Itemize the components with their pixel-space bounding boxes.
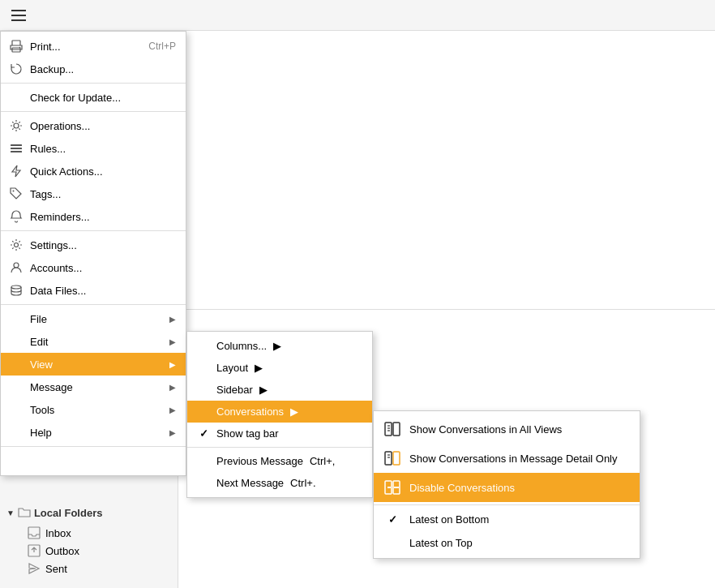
file-icon: [9, 311, 24, 326]
submenu-item-next-message[interactable]: Next Message Ctrl+.: [187, 472, 372, 494]
svg-point-4: [19, 47, 21, 49]
menu-item-tools[interactable]: Tools ▶: [1, 398, 186, 421]
edit-icon: [9, 334, 24, 349]
tools-arrow: ▶: [169, 406, 176, 414]
menu-item-quick-actions[interactable]: Quick Actions...: [1, 160, 186, 182]
settings-label: Settings...: [30, 239, 176, 251]
show-tag-bar-label: Show tag bar: [216, 427, 279, 440]
svg-rect-7: [11, 148, 22, 149]
menu-item-accounts[interactable]: Accounts...: [1, 256, 186, 279]
tools-label: Tools: [30, 404, 163, 416]
menu-item-tags[interactable]: Tags...: [1, 182, 186, 205]
view-separator-1: [187, 447, 372, 448]
edit-label: Edit: [30, 336, 163, 348]
submenu-item-layout[interactable]: Layout ▶: [187, 357, 372, 379]
conv-item-message-detail[interactable]: Show Conversations in Message Detail Onl…: [374, 444, 640, 473]
menu-overlay: Print... Ctrl+P Backup... Check for Upda…: [0, 0, 715, 588]
conversations-all-icon: [383, 420, 401, 438]
latest-bottom-check: ✓: [383, 513, 401, 526]
view-label: View: [30, 358, 163, 371]
settings-icon: [9, 238, 24, 252]
prev-message-label: Previous Message: [216, 455, 303, 467]
separator-3: [1, 230, 186, 231]
layout-label: Layout: [216, 362, 248, 374]
menu-item-check-update[interactable]: Check for Update...: [1, 86, 186, 109]
submenu-item-columns[interactable]: Columns... ▶: [187, 335, 372, 357]
menu-item-print[interactable]: Print... Ctrl+P: [1, 35, 186, 58]
tools-icon: [9, 402, 24, 417]
show-all-views-label: Show Conversations in All Views: [409, 423, 562, 436]
conversations-detail-icon: [383, 449, 401, 467]
edit-arrow: ▶: [169, 337, 176, 346]
menu-item-reminders[interactable]: Reminders...: [1, 205, 186, 228]
reminders-icon: [9, 209, 24, 224]
quick-actions-label: Quick Actions...: [30, 165, 176, 178]
menu-item-rules[interactable]: Rules...: [1, 137, 186, 160]
menu-item-settings[interactable]: Settings...: [1, 234, 186, 256]
accounts-icon: [9, 260, 24, 275]
file-arrow: ▶: [169, 315, 176, 324]
submenu-item-prev-message[interactable]: Previous Message Ctrl+,: [187, 450, 372, 472]
quick-actions-icon: [9, 164, 24, 178]
conv-item-latest-bottom[interactable]: ✓ Latest on Bottom: [374, 508, 640, 531]
svg-rect-18: [385, 452, 392, 465]
next-message-shortcut: Ctrl+.: [290, 477, 315, 489]
menu-item-help[interactable]: Help ▶: [1, 421, 186, 444]
latest-top-label: Latest on Top: [409, 537, 473, 549]
menu-item-data-files[interactable]: Data Files...: [1, 279, 186, 302]
menu-item-view[interactable]: View ▶: [1, 353, 186, 376]
data-files-label: Data Files...: [30, 285, 176, 297]
operations-label: Operations...: [30, 120, 176, 132]
menu-item-operations[interactable]: Operations...: [1, 114, 186, 137]
separator-5: [1, 446, 186, 447]
svg-rect-8: [11, 151, 22, 152]
tags-icon: [9, 187, 24, 201]
separator-4: [1, 304, 186, 305]
view-icon: [9, 357, 24, 371]
svg-rect-19: [393, 452, 400, 465]
main-menu: Print... Ctrl+P Backup... Check for Upda…: [0, 31, 186, 476]
submenu-view: Columns... ▶ Layout ▶ Sidebar ▶ Conversa…: [186, 331, 373, 498]
menu-item-file[interactable]: File ▶: [1, 307, 186, 330]
menu-item-exit[interactable]: [1, 449, 186, 472]
separator-1: [1, 83, 186, 84]
help-arrow: ▶: [169, 428, 176, 437]
rules-label: Rules...: [30, 143, 176, 155]
sidebar-view-label: Sidebar: [216, 384, 253, 396]
conversations-arrow: ▶: [290, 406, 298, 418]
data-files-icon: [9, 283, 24, 298]
message-icon: [9, 380, 24, 394]
reminders-label: Reminders...: [30, 211, 176, 223]
submenu-item-sidebar[interactable]: Sidebar ▶: [187, 379, 372, 401]
help-icon: [9, 425, 24, 440]
separator-2: [1, 111, 186, 112]
menu-item-backup[interactable]: Backup...: [1, 58, 186, 80]
conv-separator-1: [374, 504, 640, 505]
menu-item-message[interactable]: Message ▶: [1, 376, 186, 398]
svg-point-12: [11, 285, 21, 289]
prev-message-shortcut: Ctrl+,: [310, 455, 335, 467]
print-shortcut: Ctrl+P: [148, 41, 176, 52]
conv-item-latest-top[interactable]: Latest on Top: [374, 531, 640, 555]
layout-arrow: ▶: [255, 362, 263, 374]
submenu-item-conversations[interactable]: Conversations ▶: [187, 401, 372, 423]
svg-rect-13: [385, 423, 392, 436]
svg-rect-2: [12, 41, 20, 45]
message-arrow: ▶: [169, 383, 176, 392]
print-label: Print...: [30, 41, 142, 53]
sidebar-arrow: ▶: [259, 384, 268, 396]
submenu-conversations: Show Conversations in All Views Show Con…: [373, 410, 640, 559]
next-message-label: Next Message: [216, 477, 284, 489]
latest-bottom-label: Latest on Bottom: [409, 513, 489, 526]
menu-item-edit[interactable]: Edit ▶: [1, 330, 186, 353]
exit-icon: [9, 453, 24, 468]
backup-icon: [9, 62, 24, 76]
print-icon: [9, 39, 24, 54]
conv-item-all-views[interactable]: Show Conversations in All Views: [374, 414, 640, 444]
submenu-item-show-tag-bar[interactable]: ✓ Show tag bar: [187, 423, 372, 444]
rules-icon: [9, 141, 24, 156]
conv-item-disable[interactable]: Disable Conversations: [374, 473, 640, 502]
message-label: Message: [30, 381, 163, 393]
svg-point-10: [15, 243, 19, 247]
check-update-icon: [9, 90, 24, 105]
